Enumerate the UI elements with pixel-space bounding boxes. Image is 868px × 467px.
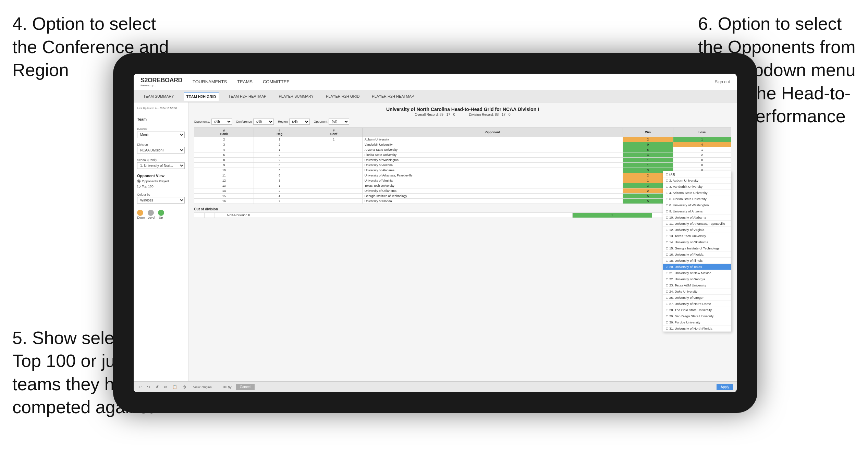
dropdown-item[interactable]: ☐6. Florida State University: [663, 196, 731, 202]
undo-btn[interactable]: ↩: [137, 384, 143, 390]
dropdown-item[interactable]: ☐31. University of North Florida: [663, 325, 731, 332]
nav-tournaments[interactable]: TOURNAMENTS: [193, 78, 227, 86]
table-row: 12 3 University of Virginia 1 1: [194, 178, 731, 183]
col-reg: #Reg: [254, 128, 305, 137]
data-table: #Rank #Reg #Conf Opponent Win Loss 2 1 1…: [194, 127, 731, 204]
redo-btn[interactable]: ↪: [146, 384, 151, 390]
dropdown-item[interactable]: ☐14. University of Oklahoma: [663, 239, 731, 245]
colour-section: Colour by Win/loss: [137, 193, 185, 204]
nav-items: TOURNAMENTS TEAMS COMMITTEE: [193, 78, 715, 86]
dropdown-item[interactable]: ☐2. Auburn University: [663, 177, 731, 184]
dropdown-item[interactable]: ☐8. University of Washington: [663, 202, 731, 208]
table-row: 8 2 University of Washington 1 0: [194, 158, 731, 163]
dropdown-item[interactable]: ☐21. University of New Mexico: [663, 270, 731, 276]
dropdown-item[interactable]: ☐16. University of Florida: [663, 251, 731, 258]
nav-committee[interactable]: COMMITTEE: [263, 78, 290, 86]
dropdown-item[interactable]: ☐15. Georgia Institute of Technology: [663, 245, 731, 251]
clock-btn[interactable]: ⏱: [181, 384, 188, 390]
sub-nav: TEAM SUMMARY TEAM H2H GRID TEAM H2H HEAT…: [134, 90, 737, 102]
subnav-player-h2h-grid[interactable]: PLAYER H2H GRID: [323, 92, 362, 100]
subnav-player-h2h-heatmap[interactable]: PLAYER H2H HEATMAP: [369, 92, 417, 100]
radio-opponents-played[interactable]: Opponents Played: [137, 179, 185, 183]
subnav-team-h2h-heatmap[interactable]: TEAM H2H HEATMAP: [225, 92, 269, 100]
conference-select[interactable]: (All): [253, 119, 274, 125]
school-select[interactable]: 1. University of Nort...: [137, 162, 185, 169]
legend-up: Up: [158, 210, 164, 219]
dropdown-item[interactable]: ☐22. University of Georgia: [663, 276, 731, 282]
nav-teams[interactable]: TEAMS: [237, 78, 253, 86]
subnav-team-summary[interactable]: TEAM SUMMARY: [140, 92, 177, 100]
table-row: 3 2 Vanderbilt University 0 4: [194, 142, 731, 147]
opponents-select[interactable]: (All): [211, 119, 232, 125]
opponent-select[interactable]: (All): [329, 119, 349, 125]
legend-section: Down Level Up: [137, 208, 185, 219]
dropdown-item[interactable]: ☐(All): [663, 171, 731, 177]
dropdown-item[interactable]: ☐10. University of Alabama: [663, 214, 731, 221]
copy-btn[interactable]: ⧉: [163, 384, 168, 390]
filter-row: Opponents: (All) Conference (All) Region: [194, 119, 731, 125]
legend-level-dot: [148, 210, 154, 216]
radio-dot-opponents: [137, 180, 140, 183]
opponent-view-section: Opponent View Opponents Played Top 100: [137, 174, 185, 188]
out-of-division-label: Out of division: [194, 207, 731, 211]
school-section: School (Rank) 1. University of Nort...: [137, 158, 185, 169]
table-row: 16 2 University of Florida 5 1: [194, 199, 731, 204]
logo: S2OREBOARD Powered by ...: [140, 77, 182, 87]
main-content: Last Updated: 4/...2024 16:55:38 Team Ge…: [134, 102, 737, 381]
dropdown-item[interactable]: ☐27. University of Notre Dame: [663, 301, 731, 307]
col-loss: Loss: [673, 128, 731, 137]
region-select[interactable]: (All): [289, 119, 310, 125]
dropdown-item[interactable]: ☐4. Arizona State University: [663, 190, 731, 196]
dropdown-item[interactable]: ☐30. Purdue University: [663, 319, 731, 325]
dropdown-item[interactable]: ☐29. San Diego State University: [663, 313, 731, 319]
opponent-dropdown[interactable]: ☐(All)☐2. Auburn University☐3. Vanderbil…: [663, 171, 731, 332]
gender-select[interactable]: Men's: [137, 132, 185, 138]
table-row: 6 2 Florida State University 4 2: [194, 152, 731, 158]
legend-level: Level: [148, 210, 155, 219]
dropdown-item[interactable]: ☐23. Texas A&M University: [663, 282, 731, 288]
grid-subtitle: Overall Record: 89 - 17 - 0 Division Rec…: [194, 113, 731, 116]
dropdown-item[interactable]: ☑20. University of Texas: [663, 264, 731, 270]
dropdown-item[interactable]: ☐11. University of Arkansas, Fayettevill…: [663, 221, 731, 227]
dropdown-item[interactable]: ☐13. Texas Tech University: [663, 233, 731, 239]
dropdown-item[interactable]: ☐18. University of Illinois: [663, 258, 731, 264]
out-of-division-table: NCAA Division II 1 0: [194, 212, 731, 218]
col-opponent: Opponent: [362, 128, 623, 137]
division-select[interactable]: NCAA Division I: [137, 147, 185, 153]
radio-group: Opponents Played Top 100: [137, 179, 185, 188]
apply-button[interactable]: Apply: [717, 384, 733, 390]
view-label: View: Original: [193, 385, 212, 389]
dropdown-item[interactable]: ☐3. Vanderbilt University: [663, 184, 731, 190]
radio-top-100[interactable]: Top 100: [137, 184, 185, 188]
nav-signout[interactable]: Sign out: [715, 79, 730, 84]
table-row: 4 1 Arizona State University 5 1: [194, 147, 731, 152]
table-row: NCAA Division II 1 0: [194, 213, 731, 218]
division-section: Division NCAA Division I: [137, 143, 185, 153]
filter-opponent: Opponent (All): [314, 119, 350, 125]
dropdown-item[interactable]: ☐12. University of Virginia: [663, 227, 731, 233]
table-row: 14 2 University of Oklahoma 2 2: [194, 188, 731, 194]
last-updated: Last Updated: 4/...2024 16:55:38: [137, 107, 185, 112]
top-nav: S2OREBOARD Powered by ... TOURNAMENTS TE…: [134, 74, 737, 90]
subnav-player-summary[interactable]: PLAYER SUMMARY: [276, 92, 316, 100]
legend-up-dot: [158, 210, 164, 216]
cancel-button[interactable]: Cancel: [236, 384, 255, 390]
legend-down-dot: [137, 210, 143, 216]
refresh-btn[interactable]: ↺: [154, 384, 160, 390]
subnav-team-h2h-grid[interactable]: TEAM H2H GRID: [184, 92, 219, 101]
filter-opponents: Opponents: (All): [194, 119, 232, 125]
dropdown-item[interactable]: ☐9. University of Arizona: [663, 208, 731, 214]
colour-select[interactable]: Win/loss: [137, 197, 185, 204]
filter-region: Region (All): [278, 119, 310, 125]
dropdown-item[interactable]: ☐25. University of Oregon: [663, 295, 731, 301]
legend-down: Down: [137, 210, 145, 219]
eye-btn[interactable]: 👁 W: [222, 384, 233, 390]
col-rank: #Rank: [194, 128, 254, 137]
dropdown-item[interactable]: ☐28. The Ohio State University: [663, 307, 731, 313]
dropdown-item[interactable]: ☐24. Duke University: [663, 288, 731, 295]
table-row: 11 6 University of Arkansas, Fayettevill…: [194, 173, 731, 178]
gender-section: Gender Men's: [137, 127, 185, 138]
table-row: 2 1 1 Auburn University 2 1: [194, 137, 731, 142]
grid-area: University of North Carolina Head-to-Hea…: [188, 102, 737, 381]
paste-btn[interactable]: 📋: [171, 384, 179, 390]
